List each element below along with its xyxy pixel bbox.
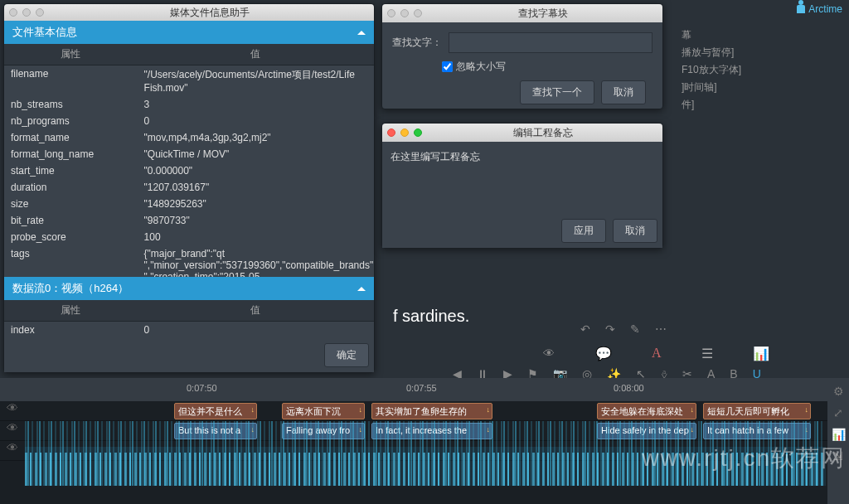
subtitle-clip[interactable]: 远离水面下沉↓ <box>282 403 365 419</box>
window-title: 查找字幕块 <box>429 7 657 21</box>
user-icon <box>797 5 805 13</box>
window-title: 媒体文件信息助手 <box>51 6 369 20</box>
column-header: 属性 值 <box>4 300 374 322</box>
comment-icon[interactable]: 💬 <box>595 346 612 361</box>
cancel-button[interactable]: 取消 <box>601 80 646 104</box>
redo-icon[interactable]: ↶ <box>580 322 590 336</box>
time-ruler[interactable]: 0:07:50 0:07:55 0:08:00 <box>0 378 849 401</box>
window-title: 编辑工程备忘 <box>429 126 657 140</box>
close-icon[interactable] <box>387 9 395 17</box>
subtitle-clip[interactable]: 安全地躲在海底深处↓ <box>597 403 696 419</box>
text-style-icon[interactable]: A <box>652 346 662 361</box>
timeline-side-buttons: ⚙ ⤢ 📊 ⇲ <box>827 378 849 504</box>
user-badge[interactable]: Arctime <box>797 3 842 15</box>
close-icon[interactable] <box>9 8 17 17</box>
subtitle-clip[interactable]: 但这并不是什么↓ <box>174 403 257 419</box>
project-memo-window: 编辑工程备忘 在这里编写工程备忘 应用 取消 <box>381 123 663 249</box>
ignore-case-checkbox[interactable]: 忽略大小写 <box>442 60 653 74</box>
expand-icon[interactable]: ⤢ <box>833 406 843 419</box>
user-label: Arctime <box>808 3 842 15</box>
ok-button[interactable]: 确定 <box>324 343 369 367</box>
settings-icon[interactable]: ⚙ <box>833 385 844 398</box>
table-row: size"1489295263" <box>4 196 374 212</box>
history-toolbar: ↶ ↷ ✎ ⋯ <box>572 320 844 338</box>
minimize-icon[interactable] <box>400 9 409 17</box>
table-row: tags{"major_brand":"qt ","minor_version"… <box>4 245 374 277</box>
memo-textarea[interactable]: 在这里编写工程备忘 <box>382 142 662 214</box>
find-next-button[interactable]: 查找下一个 <box>520 80 594 104</box>
table-row: start_time"0.000000" <box>4 162 374 179</box>
table-row: filename"/Users/acely/Documents/Arctime项… <box>4 65 374 96</box>
table-row: duration"1207.039167" <box>4 179 374 196</box>
subtitle-preview-text: f sardines. <box>393 307 469 326</box>
table-row: probe_score100 <box>4 229 374 245</box>
table-row: bit_rate"9870733" <box>4 212 374 229</box>
eye-icon[interactable]: 👁 <box>543 346 555 360</box>
table-row: index0 <box>4 322 374 338</box>
collapse-icon <box>357 287 366 291</box>
titlebar[interactable]: 查找字幕块 <box>382 4 662 22</box>
close-icon[interactable] <box>387 128 395 137</box>
list-icon[interactable]: ☰ <box>701 346 713 361</box>
table-row: nb_streams3 <box>4 96 374 113</box>
property-rows: index0 <box>4 322 374 338</box>
section-header-stream[interactable]: 数据流0：视频（h264） <box>4 277 374 300</box>
levels-icon[interactable]: 📊 <box>832 428 846 441</box>
column-header: 属性 值 <box>4 44 374 65</box>
apply-button[interactable]: 应用 <box>561 219 606 243</box>
media-info-window: 媒体文件信息助手 文件基本信息 属性 值 filename"/Users/ace… <box>3 3 375 373</box>
table-row: format_long_name"QuickTime / MOV" <box>4 146 374 162</box>
titlebar[interactable]: 编辑工程备忘 <box>382 124 662 142</box>
section-header-basic[interactable]: 文件基本信息 <box>4 21 374 44</box>
zoom-icon[interactable] <box>414 9 422 17</box>
eye-icon[interactable]: 👁 <box>0 401 25 414</box>
timeline-panel: 0:07:50 0:07:55 0:08:00 👁 但这并不是什么↓远离水面下沉… <box>0 378 849 504</box>
titlebar[interactable]: 媒体文件信息助手 <box>4 4 374 21</box>
more-icon[interactable]: ⋯ <box>655 322 667 336</box>
cancel-button[interactable]: 取消 <box>613 219 657 243</box>
search-input[interactable] <box>449 32 653 53</box>
property-rows: filename"/Users/acely/Documents/Arctime项… <box>4 65 374 277</box>
waveform[interactable] <box>25 421 826 486</box>
zoom-icon[interactable] <box>36 8 44 17</box>
table-row: format_name"mov,mp4,m4a,3gp,3g2,mj2" <box>4 129 374 146</box>
stats-icon[interactable]: 📊 <box>753 346 769 361</box>
zoom-icon[interactable] <box>414 128 422 137</box>
table-row: nb_programs0 <box>4 113 374 129</box>
subtitle-clip[interactable]: 其实增加了鱼卵生存的↓ <box>371 403 492 419</box>
eye-icon[interactable]: 👁 <box>0 441 25 454</box>
context-menu-fragment: 幕 播放与暂停] F10放大字体] ]时间轴] 件] <box>670 22 849 119</box>
search-subtitle-window: 查找字幕块 查找文字： 忽略大小写 查找下一个 取消 <box>381 3 663 109</box>
collapse-icon[interactable]: ⇲ <box>833 449 843 463</box>
subtitle-track-cn[interactable]: 👁 但这并不是什么↓远离水面下沉↓其实增加了鱼卵生存的↓安全地躲在海底深处↓短短… <box>0 401 849 421</box>
minimize-icon[interactable] <box>400 128 409 137</box>
minimize-icon[interactable] <box>22 8 31 17</box>
undo-icon[interactable]: ↷ <box>605 322 615 336</box>
edit-icon[interactable]: ✎ <box>630 322 640 336</box>
eye-icon[interactable]: 👁 <box>0 421 25 434</box>
search-label: 查找文字： <box>392 36 442 50</box>
collapse-icon <box>357 31 366 35</box>
subtitle-clip[interactable]: 短短几天后即可孵化↓ <box>703 403 811 419</box>
mode-toolbar: 💬 A ☰ 📊 <box>572 343 844 363</box>
